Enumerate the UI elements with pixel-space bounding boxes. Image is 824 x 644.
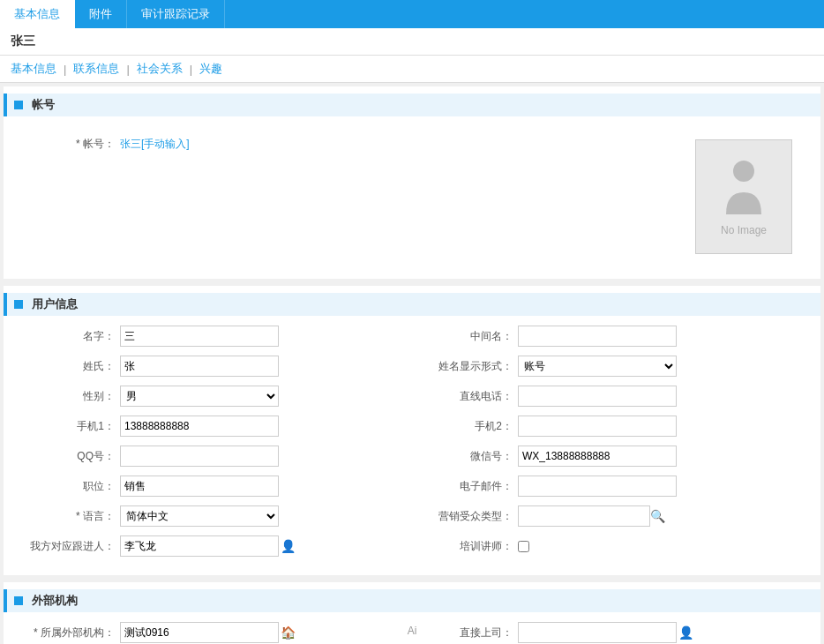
mobile1-row: 手机1： — [14, 415, 412, 438]
account-value-link[interactable]: 张三[手动输入] — [120, 137, 190, 152]
supervisor-input[interactable] — [518, 622, 677, 643]
no-image-placeholder: No Image — [695, 139, 792, 254]
user-info-section-header: 用户信息 — [4, 293, 820, 316]
outer-org-section-header: 外部机构 — [4, 589, 820, 612]
sub-nav-sep-2: | — [126, 63, 129, 76]
sub-nav-sep-3: | — [190, 63, 192, 76]
email-label: 电子邮件： — [412, 479, 518, 494]
tab-basic-info[interactable]: 基本信息 — [0, 0, 75, 28]
org-label: * 所属外部机构： — [14, 625, 120, 640]
wechat-input[interactable] — [518, 446, 677, 467]
lastname-row: 姓氏： — [14, 355, 412, 378]
user-info-cols: 名字： 姓氏： 性别： 男 女 — [14, 325, 810, 565]
middlename-row: 中间名： — [412, 325, 810, 348]
outer-org-title: 外部机构 — [32, 593, 78, 609]
contact-person-input[interactable] — [120, 535, 279, 557]
footer: Ai — [408, 625, 417, 637]
position-row: 职位： — [14, 475, 412, 498]
user-info-col-right: 中间名： 姓名显示形式： 账号 姓名 直线电话： — [412, 325, 810, 565]
position-label: 职位： — [14, 479, 120, 494]
marketing-input[interactable] — [518, 505, 650, 527]
sub-nav-sep-1: | — [64, 63, 66, 76]
email-input[interactable] — [518, 476, 677, 497]
contact-person-label: 我方对应跟进人： — [14, 539, 120, 554]
user-info-indicator — [14, 300, 23, 309]
user-info-title: 用户信息 — [32, 296, 78, 312]
account-section-title: 帐号 — [32, 97, 55, 113]
user-info-col-left: 名字： 姓氏： 性别： 男 女 — [14, 325, 412, 565]
content-area: 帐号 * 帐号： 张三[手动输入] No Image — [0, 83, 824, 644]
mobile2-row: 手机2： — [412, 415, 810, 438]
user-info-section-block: 用户信息 名字： 姓氏： 性别： — [4, 286, 820, 575]
account-content: * 帐号： 张三[手动输入] No Image — [4, 125, 820, 268]
supervisor-select-btn[interactable]: 👤 — [677, 625, 695, 640]
direct-phone-input[interactable] — [518, 386, 677, 407]
svg-point-0 — [733, 161, 754, 182]
supervisor-label: 直接上司： — [412, 625, 518, 640]
user-info-form: 名字： 姓氏： 性别： 男 女 — [4, 325, 820, 565]
firstname-label: 名字： — [14, 329, 120, 344]
outer-org-col-left: * 所属外部机构： 🏠 * 客户-负责业务： 常规 销售 行销 — [14, 621, 412, 644]
qq-row: QQ号： — [14, 445, 412, 468]
lastname-input[interactable] — [120, 356, 279, 377]
gender-select[interactable]: 男 女 — [120, 386, 279, 407]
middlename-label: 中间名： — [412, 329, 518, 344]
person-icon — [722, 157, 766, 224]
account-section-header: 帐号 — [4, 94, 820, 116]
account-label: * 帐号： — [14, 137, 120, 152]
firstname-row: 名字： — [14, 325, 412, 348]
tab-audit[interactable]: 审计跟踪记录 — [127, 0, 225, 28]
tab-attachment[interactable]: 附件 — [75, 0, 127, 28]
language-select[interactable]: 简体中文 English — [120, 505, 279, 527]
account-row: * 帐号： 张三[手动输入] — [14, 132, 678, 155]
language-label: * 语言： — [14, 509, 120, 524]
marketing-row: 营销受众类型： 🔍 — [412, 505, 810, 528]
language-row: * 语言： 简体中文 English — [14, 505, 412, 528]
middlename-input[interactable] — [518, 326, 677, 347]
marketing-search-icon[interactable]: 🔍 — [650, 509, 665, 523]
section-indicator — [14, 101, 23, 109]
no-image-text: No Image — [721, 224, 767, 236]
supervisor-row: 直接上司： 👤 — [412, 621, 810, 644]
sub-nav: 基本信息 | 联系信息 | 社会关系 | 兴趣 — [0, 56, 824, 83]
mobile2-label: 手机2： — [412, 419, 518, 434]
firstname-input[interactable] — [120, 326, 279, 347]
outer-org-indicator — [14, 596, 23, 605]
trainer-label: 培训讲师： — [412, 539, 518, 554]
sub-nav-interest[interactable]: 兴趣 — [199, 61, 222, 77]
org-select-btn[interactable]: 🏠 — [279, 625, 297, 640]
qq-input[interactable] — [120, 446, 279, 467]
sub-nav-contact[interactable]: 联系信息 — [73, 61, 119, 77]
account-left: * 帐号： 张三[手动输入] — [14, 132, 678, 162]
mobile1-label: 手机1： — [14, 419, 120, 434]
direct-phone-label: 直线电话： — [412, 389, 518, 404]
trainer-checkbox[interactable] — [518, 541, 529, 552]
mobile2-input[interactable] — [518, 416, 677, 437]
ai-label: Ai — [408, 625, 417, 637]
gender-row: 性别： 男 女 — [14, 385, 412, 408]
account-section-block: 帐号 * 帐号： 张三[手动输入] No Image — [4, 86, 820, 279]
page-title: 张三 — [0, 28, 824, 56]
wechat-row: 微信号： — [412, 445, 810, 468]
org-row: * 所属外部机构： 🏠 — [14, 621, 412, 644]
outer-org-col-right: 直接上司： 👤 — [412, 621, 810, 644]
display-name-label: 姓名显示形式： — [412, 359, 518, 374]
direct-phone-row: 直线电话： — [412, 385, 810, 408]
qq-label: QQ号： — [14, 449, 120, 464]
lastname-label: 姓氏： — [14, 359, 120, 374]
email-row: 电子邮件： — [412, 475, 810, 498]
sub-nav-basic[interactable]: 基本信息 — [11, 61, 56, 77]
wechat-label: 微信号： — [412, 449, 518, 464]
position-input[interactable] — [120, 476, 279, 497]
top-tab-bar: 基本信息 附件 审计跟踪记录 — [0, 0, 824, 28]
trainer-row: 培训讲师： — [412, 535, 810, 558]
mobile1-input[interactable] — [120, 416, 279, 437]
contact-person-select-btn[interactable]: 👤 — [279, 539, 297, 553]
display-name-select[interactable]: 账号 姓名 — [518, 356, 677, 377]
gender-label: 性别： — [14, 389, 120, 404]
org-input[interactable] — [120, 622, 279, 643]
sub-nav-social[interactable]: 社会关系 — [137, 61, 183, 77]
marketing-label: 营销受众类型： — [412, 509, 518, 524]
display-name-row: 姓名显示形式： 账号 姓名 — [412, 355, 810, 378]
contact-person-row: 我方对应跟进人： 👤 — [14, 535, 412, 558]
